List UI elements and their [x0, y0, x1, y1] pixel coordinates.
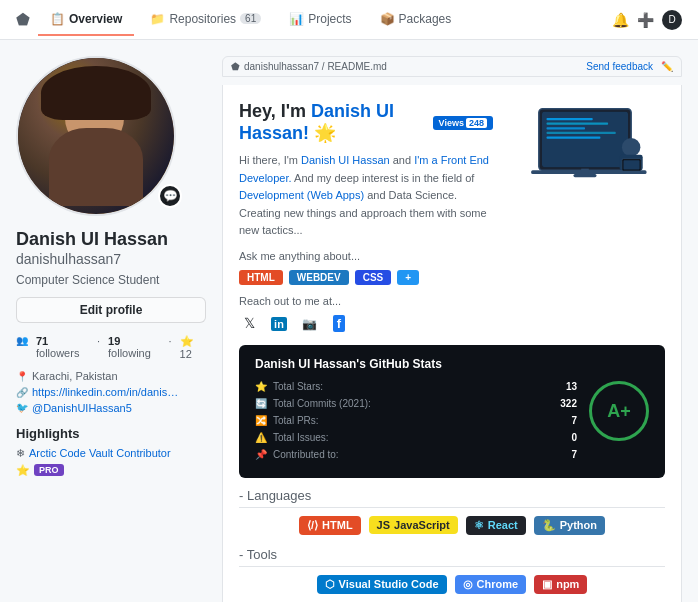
follow-stats: 👥 71 followers · 19 following · ⭐ 12	[16, 335, 206, 360]
chrome-icon-symbol: ◎	[463, 578, 473, 591]
linkedin-info: https://linkedin.com/in/danish ul ...	[16, 386, 206, 398]
languages-section-title: - Languages	[239, 488, 665, 508]
following-link[interactable]: 19	[108, 335, 120, 347]
stat-stars: ⭐ Total Stars: 13	[255, 381, 577, 392]
profile-bio: Computer Science Student	[16, 273, 206, 287]
svg-rect-14	[623, 160, 639, 169]
greeting-emoji: 🌟	[314, 123, 336, 143]
pro-badge: PRO	[34, 464, 64, 476]
link-icon	[16, 386, 28, 398]
arctic-link[interactable]: Arctic Code Vault Contributor	[29, 447, 171, 459]
highlights-title: Highlights	[16, 426, 206, 441]
highlight-pro: ⭐ PRO	[16, 464, 206, 477]
octocat-icon: ⬟	[231, 61, 240, 72]
tool-icons: ⬡ Visual Studio Code ◎ Chrome ▣ npm	[239, 575, 665, 594]
projects-icon: 📊	[289, 12, 304, 26]
stats-left: Danish UI Hassan's GitHub Stats ⭐ Total …	[255, 357, 577, 466]
notification-icon[interactable]: 🔔	[612, 12, 629, 28]
star-dot: ⭐	[255, 381, 267, 392]
python-icon-symbol: 🐍	[542, 519, 556, 532]
tab-projects[interactable]: 📊 Projects	[277, 4, 363, 36]
user-avatar-nav[interactable]: D	[662, 10, 682, 30]
ask-me-text: Ask me anything about...	[239, 250, 493, 262]
more-tag: +	[397, 270, 419, 285]
profile-username: danishulhassan7	[16, 251, 206, 267]
top-nav: ⬟ 📋 Overview 📁 Repositories 61 📊 Project…	[0, 0, 698, 40]
npm-tool-icon: ▣ npm	[534, 575, 587, 594]
readme-header: ⬟ danishulhassan7 / README.md Send feedb…	[222, 56, 682, 77]
sidebar: 💬 Danish UI Hassan danishulhassan7 Compu…	[16, 56, 206, 602]
highlight-arctic: Arctic Code Vault Contributor	[16, 447, 206, 460]
stat-contributed: 📌 Contributed to: 7	[255, 449, 577, 460]
profile-name: Danish UI Hassan	[16, 228, 206, 251]
issue-dot: ⚠️	[255, 432, 267, 443]
svg-rect-3	[547, 118, 593, 120]
highlights-section: Highlights Arctic Code Vault Contributor…	[16, 426, 206, 477]
twitter-icon: 🐦	[16, 402, 28, 413]
social-icons	[239, 313, 493, 333]
book-icon: 📋	[50, 12, 65, 26]
followers-icon: 👥	[16, 335, 28, 360]
avatar-container: 💬	[16, 56, 206, 216]
repo-icon: 📁	[150, 12, 165, 26]
chrome-tool-icon: ◎ Chrome	[455, 575, 527, 594]
greeting-text: Hey, I'm Danish UI Hassan! 🌟	[239, 101, 425, 144]
js-icon-symbol: JS	[377, 519, 390, 531]
linkedin-social-icon[interactable]	[269, 313, 289, 333]
add-icon[interactable]: ➕	[637, 12, 654, 28]
svg-rect-7	[547, 136, 601, 138]
stat-prs: 🔀 Total PRs: 7	[255, 415, 577, 426]
dev-link[interactable]: Development (Web Apps)	[239, 189, 364, 201]
twitter-info: 🐦 @DanishUIHassan5	[16, 402, 206, 414]
tab-overview[interactable]: 📋 Overview	[38, 4, 134, 36]
svg-rect-11	[581, 169, 589, 175]
pr-dot: 🔀	[255, 415, 267, 426]
readme-actions: Send feedback ✏️	[586, 61, 673, 72]
repo-count-badge: 61	[240, 13, 261, 24]
webdev-tag: WEBDEV	[289, 270, 349, 285]
profile-avatar	[16, 56, 176, 216]
readme-path: ⬟ danishulhassan7 / README.md	[231, 61, 387, 72]
commit-dot: 🔄	[255, 398, 267, 409]
views-badge: Views 248	[433, 116, 493, 130]
edit-profile-button[interactable]: Edit profile	[16, 297, 206, 323]
followers-link[interactable]: 71	[36, 335, 48, 347]
linkedin-link[interactable]: https://linkedin.com/in/danish ul ...	[32, 386, 182, 398]
instagram-social-icon[interactable]	[299, 313, 319, 333]
tab-packages[interactable]: 📦 Packages	[368, 4, 464, 36]
name-link-1[interactable]: Danish UI Hassan	[301, 154, 390, 166]
html-icon-symbol: ⟨/⟩	[307, 519, 318, 532]
feedback-link[interactable]: Send feedback	[586, 61, 653, 72]
profile-description: Hi there, I'm Danish UI Hassan and I'm a…	[239, 152, 493, 240]
nav-octocat-icon: ⬟	[16, 10, 30, 29]
stat-commits: 🔄 Total Commits (2021): 322	[255, 398, 577, 409]
twitter-social-icon[interactable]	[239, 313, 259, 333]
location-info: Karachi, Pakistan	[16, 370, 206, 382]
arctic-icon	[16, 447, 25, 460]
grade-badge: A+	[589, 381, 649, 441]
svg-rect-12	[573, 174, 596, 177]
css-tag: CSS	[355, 270, 392, 285]
skill-tags: HTML WEBDEV CSS +	[239, 270, 493, 285]
content-area: ⬟ danishulhassan7 / README.md Send feedb…	[222, 56, 682, 602]
stats-title: Danish UI Hassan's GitHub Stats	[255, 357, 577, 371]
greeting-section: Hey, I'm Danish UI Hassan! 🌟 Views 248	[239, 101, 493, 144]
twitter-link[interactable]: @DanishUIHassan5	[32, 402, 132, 414]
js-lang-icon: JS JavaScript	[369, 516, 458, 534]
readme-body: Hey, I'm Danish UI Hassan! 🌟 Views 248 H…	[222, 85, 682, 602]
tools-section-title: - Tools	[239, 547, 665, 567]
coding-illustration	[505, 101, 665, 201]
facebook-social-icon[interactable]	[329, 313, 349, 333]
svg-point-8	[622, 138, 640, 156]
language-icons: ⟨/⟩ HTML JS JavaScript ⚛ React 🐍 Python	[239, 516, 665, 535]
location-icon	[16, 370, 28, 382]
tab-repositories[interactable]: 📁 Repositories 61	[138, 4, 273, 36]
edit-icon[interactable]: ✏️	[661, 61, 673, 72]
vscode-icon-symbol: ⬡	[325, 578, 335, 591]
packages-icon: 📦	[380, 12, 395, 26]
reach-out-text: Reach out to me at...	[239, 295, 493, 307]
svg-rect-4	[547, 123, 609, 125]
svg-rect-6	[547, 132, 616, 134]
vscode-tool-icon: ⬡ Visual Studio Code	[317, 575, 447, 594]
npm-icon-symbol: ▣	[542, 578, 552, 591]
